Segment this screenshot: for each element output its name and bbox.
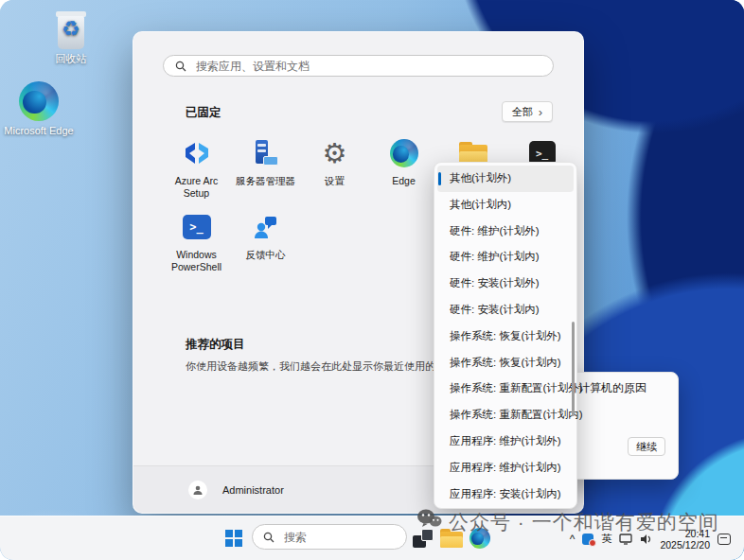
search-icon	[263, 532, 275, 543]
dropdown-item[interactable]: 操作系统: 重新配置(计划外)	[437, 376, 574, 402]
dropdown-scrollbar[interactable]	[572, 322, 575, 416]
dropdown-item[interactable]: 操作系统: 恢复(计划内)	[437, 350, 574, 376]
recommended-header: 推荐的项目	[186, 337, 245, 353]
shutdown-reason-dropdown: 其他(计划外)其他(计划内)硬件: 维护(计划外)硬件: 维护(计划内)硬件: …	[434, 162, 577, 509]
dropdown-item[interactable]: 操作系统: 恢复(计划外)	[437, 324, 574, 350]
desktop-icon-label: Microsoft Edge	[2, 125, 76, 138]
dropdown-item[interactable]: 硬件: 维护(计划外)	[437, 219, 574, 245]
dropdown-item[interactable]: 操作系统: 重新配置(计划内)	[437, 402, 574, 429]
taskbar-file-explorer[interactable]	[439, 526, 464, 551]
search-icon	[175, 61, 186, 72]
dropdown-item[interactable]: 硬件: 安装(计划外)	[437, 271, 574, 297]
continue-button[interactable]: 继续	[628, 437, 665, 456]
dropdown-item[interactable]: 其他(计划外)	[437, 166, 574, 192]
dropdown-item[interactable]: 应用程序: 维护(计划外)	[437, 429, 574, 455]
taskbar-server-manager[interactable]	[411, 526, 435, 551]
powershell-icon: >_	[183, 212, 211, 242]
chevron-right-icon: ›	[539, 106, 542, 118]
shutdown-dialog-text: 计算机的原因	[578, 380, 647, 396]
pinned-app-server-manager[interactable]: 服务器管理器	[231, 130, 300, 203]
reason-dropdown-list: 其他(计划外)其他(计划内)硬件: 维护(计划外)硬件: 维护(计划内)硬件: …	[434, 166, 576, 507]
desktop-icon-edge[interactable]: Microsoft Edge	[2, 78, 76, 138]
volume-icon[interactable]	[640, 534, 652, 545]
pinned-app-feedback-hub[interactable]: 反馈中心	[231, 203, 300, 277]
start-search-box[interactable]	[163, 55, 554, 77]
edge-icon	[390, 138, 418, 168]
tray-overflow-chevron-icon[interactable]: ^	[570, 533, 576, 546]
start-search-input[interactable]	[194, 59, 541, 74]
taskbar: ^ 英 20:41 2025/12/20	[0, 516, 744, 560]
user-name[interactable]: Administrator	[222, 484, 284, 496]
update-badge-icon[interactable]	[582, 534, 593, 545]
taskbar-search-box[interactable]	[252, 524, 407, 550]
pinned-app-edge[interactable]: Edge	[369, 130, 438, 203]
clock-date: 2025/12/20	[660, 539, 710, 551]
desktop-icon-label: 回收站	[34, 53, 108, 66]
server-manager-icon	[413, 529, 434, 548]
dropdown-item[interactable]: 应用程序: 安装(计划内)	[437, 481, 574, 508]
start-button[interactable]	[221, 525, 247, 551]
pinned-app-azure-arc[interactable]: Azure Arc Setup	[162, 130, 231, 203]
edge-icon	[2, 78, 76, 121]
taskbar-edge[interactable]	[468, 526, 492, 551]
clock-time: 20:41	[660, 528, 710, 539]
pinned-header: 已固定	[186, 105, 221, 121]
ime-indicator[interactable]: 英	[601, 532, 611, 546]
feedback-hub-icon	[253, 212, 278, 242]
desktop-screen: ♻ 回收站 Microsoft Edge 计算机的原因 继续 已固定 全部 ›	[0, 0, 744, 560]
pinned-app-settings[interactable]: ⚙ 设置	[300, 130, 369, 203]
system-tray: ^ 英 20:41 2025/12/20	[570, 516, 731, 560]
all-apps-button[interactable]: 全部 ›	[502, 101, 553, 122]
taskbar-clock[interactable]: 20:41 2025/12/20	[660, 528, 710, 551]
pinned-app-powershell[interactable]: >_ Windows PowerShell	[162, 203, 231, 277]
azure-arc-icon	[183, 138, 211, 168]
dropdown-item[interactable]: 硬件: 安装(计划内)	[437, 297, 574, 324]
desktop-icon-recycle-bin[interactable]: ♻ 回收站	[34, 6, 108, 66]
folder-icon	[440, 529, 463, 548]
server-manager-icon	[253, 138, 278, 168]
dropdown-item[interactable]: 应用程序: 维护(计划内)	[437, 455, 574, 481]
dropdown-item[interactable]: 其他(计划内)	[437, 192, 574, 219]
dropdown-item[interactable]: 硬件: 维护(计划内)	[437, 244, 574, 271]
notification-icon[interactable]	[717, 534, 731, 545]
display-icon[interactable]	[619, 534, 632, 545]
edge-icon	[469, 528, 490, 549]
settings-gear-icon: ⚙	[323, 138, 347, 168]
recycle-bin-icon: ♻	[34, 6, 108, 49]
user-avatar[interactable]	[188, 481, 207, 499]
windows-logo-icon	[225, 530, 242, 547]
